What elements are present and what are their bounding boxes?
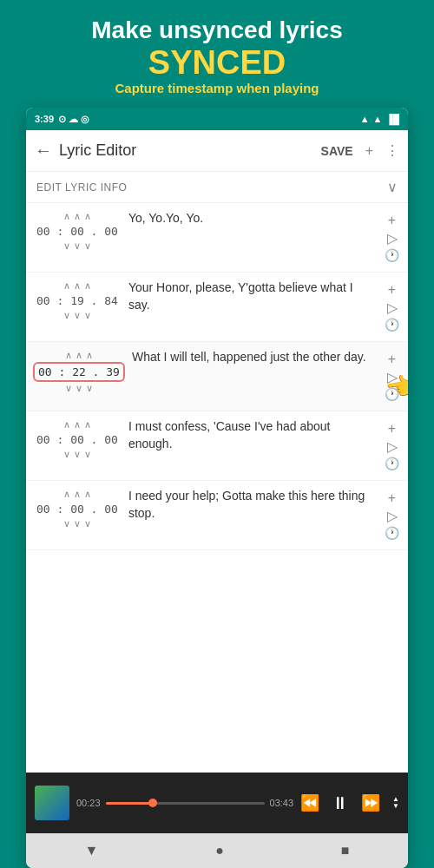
down-arrow-btn[interactable]: ∨ [84, 450, 91, 459]
capture-timestamp-button[interactable]: 🕐 [385, 318, 399, 332]
speed-control[interactable]: ▲ ▼ [392, 796, 399, 810]
up-arrow-btn[interactable]: ∧ [63, 490, 70, 499]
status-right: ▲ ▲ ▐█ [360, 114, 399, 124]
lyric-item-wrapper: ∧∧∧00 : 22 . 39∨∨∨What I will tell, happ… [26, 342, 408, 411]
app-bar-actions: SAVE + ⋮ [321, 142, 399, 159]
status-left: 3:39 ⊙ ☁ ◎ [35, 114, 89, 125]
lyric-right: +▷🕐 [376, 417, 408, 475]
lyric-item-wrapper: ∧∧∧00 : 00 . 00∨∨∨I must confess, 'Cause… [26, 411, 408, 481]
lyric-left: ∧∧∧00 : 00 . 00∨∨∨ [26, 486, 128, 544]
up-arrow-btn[interactable]: ∧ [65, 351, 72, 360]
progress-bar[interactable] [106, 802, 265, 805]
down-arrow-btn[interactable]: ∨ [63, 241, 70, 251]
timestamp[interactable]: 00 : 22 . 39 [33, 362, 125, 382]
up-arrow-btn[interactable]: ∧ [63, 281, 70, 291]
lyric-text: What I will tell, happened just the othe… [132, 349, 376, 366]
back-button[interactable]: ← [35, 141, 52, 161]
nav-back-button[interactable]: ▼ [84, 843, 98, 858]
promo-header: Make unsynced lyrics SYNCED Capture time… [0, 0, 434, 108]
add-lyric-button[interactable]: + [388, 213, 396, 228]
down-arrow-btn[interactable]: ∨ [76, 384, 82, 393]
capture-timestamp-button[interactable]: 🕐 [385, 457, 399, 470]
progress-fill [106, 802, 154, 805]
lyric-text: I need your help; Gotta make this here t… [128, 488, 376, 522]
up-arrow-btn[interactable]: ∧ [74, 212, 81, 221]
album-thumbnail [35, 786, 69, 820]
lyric-right: +▷🕐 [376, 347, 408, 405]
down-arrow-btn[interactable]: ∨ [74, 241, 81, 251]
capture-timestamp-button[interactable]: 🕐 [385, 248, 399, 262]
add-lyric-button[interactable]: + [388, 282, 396, 298]
wifi-icon: ▲ [360, 114, 370, 124]
up-arrow-btn[interactable]: ∧ [63, 420, 70, 430]
timestamp[interactable]: 00 : 19 . 84 [33, 293, 122, 309]
lyric-center: I need your help; Gotta make this here t… [128, 486, 376, 544]
expand-icon[interactable]: ∨ [387, 179, 398, 195]
up-arrow-btn[interactable]: ∧ [74, 490, 81, 499]
down-arrow-btn[interactable]: ∨ [74, 450, 81, 459]
up-arrow-btn[interactable]: ∧ [76, 351, 82, 360]
more-menu-button[interactable]: ⋮ [385, 142, 399, 159]
up-arrow-btn[interactable]: ∧ [74, 281, 81, 291]
progress-dot [148, 799, 157, 807]
status-icons: ⊙ ☁ ◎ [58, 114, 89, 125]
down-arrow-btn[interactable]: ∨ [65, 384, 72, 393]
timestamp[interactable]: 00 : 00 . 00 [33, 501, 122, 517]
down-arrow-btn[interactable]: ∨ [63, 311, 70, 320]
down-arrow-btn[interactable]: ∨ [84, 311, 91, 320]
lyric-item: ∧∧∧00 : 22 . 39∨∨∨What I will tell, happ… [26, 342, 408, 411]
timestamp[interactable]: 00 : 00 . 00 [33, 223, 122, 240]
status-bar: 3:39 ⊙ ☁ ◎ ▲ ▲ ▐█ [26, 108, 408, 130]
down-arrow-btn[interactable]: ∨ [84, 241, 91, 251]
pause-button[interactable]: ⏸ [332, 793, 349, 813]
play-from-here-button[interactable]: ▷ [387, 508, 398, 524]
lyric-center: What I will tell, happened just the othe… [132, 347, 376, 405]
lyric-right: +▷🕐 [376, 208, 408, 266]
capture-timestamp-button[interactable]: 🕐 [385, 526, 399, 540]
lyric-text: I must confess, 'Cause I've had about en… [128, 418, 376, 452]
lyric-right: +▷🕐 [376, 278, 408, 336]
lyric-left: ∧∧∧00 : 00 . 00∨∨∨ [26, 417, 128, 475]
up-arrow-btn[interactable]: ∧ [86, 351, 93, 360]
capture-timestamp-button[interactable]: 🕐 [385, 387, 399, 401]
lyrics-list: ∧∧∧00 : 00 . 00∨∨∨Yo, Yo.Yo, Yo.+▷🕐∧∧∧00… [26, 203, 408, 773]
add-button[interactable]: + [365, 143, 373, 159]
add-lyric-button[interactable]: + [388, 421, 396, 437]
play-from-here-button[interactable]: ▷ [387, 369, 398, 385]
up-arrow-btn[interactable]: ∧ [84, 212, 91, 221]
up-arrow-btn[interactable]: ∧ [84, 281, 91, 291]
status-time: 3:39 [35, 114, 54, 124]
lyric-right: +▷🕐 [376, 486, 408, 544]
nav-recent-button[interactable]: ■ [341, 843, 350, 858]
save-button[interactable]: SAVE [321, 144, 353, 158]
promo-line2: SYNCED [17, 45, 417, 82]
add-lyric-button[interactable]: + [388, 352, 396, 367]
nav-home-button[interactable]: ● [215, 843, 224, 858]
down-arrow-btn[interactable]: ∨ [63, 519, 70, 529]
play-from-here-button[interactable]: ▷ [387, 230, 398, 247]
up-arrow-btn[interactable]: ∧ [84, 420, 91, 430]
rewind-button[interactable]: ⏪ [300, 793, 319, 812]
play-from-here-button[interactable]: ▷ [387, 299, 398, 316]
edit-lyric-info-row[interactable]: EDIT LYRIC INFO ∨ [26, 172, 408, 203]
up-arrow-btn[interactable]: ∧ [63, 212, 70, 221]
signal-icon: ▲ [373, 114, 383, 124]
timestamp[interactable]: 00 : 00 . 00 [33, 431, 122, 448]
down-arrow-btn[interactable]: ∨ [63, 450, 70, 459]
nav-bar: ▼ ● ■ [26, 833, 408, 868]
fast-forward-button[interactable]: ⏩ [361, 793, 380, 812]
lyric-left: ∧∧∧00 : 19 . 84∨∨∨ [26, 278, 128, 336]
up-arrow-btn[interactable]: ∧ [74, 420, 81, 430]
down-arrow-btn[interactable]: ∨ [74, 519, 81, 529]
down-arrow-btn[interactable]: ∨ [84, 519, 91, 529]
lyric-center: Yo, Yo.Yo, Yo. [128, 208, 376, 266]
add-lyric-button[interactable]: + [388, 490, 396, 506]
up-arrow-btn[interactable]: ∧ [84, 490, 91, 499]
down-arrow-btn[interactable]: ∨ [74, 311, 81, 320]
battery-icon: ▐█ [385, 114, 399, 124]
app-title: Lyric Editor [59, 141, 321, 160]
lyric-item: ∧∧∧00 : 19 . 84∨∨∨Your Honor, please, Y'… [26, 273, 408, 342]
play-from-here-button[interactable]: ▷ [387, 438, 398, 455]
lyric-item-wrapper: ∧∧∧00 : 00 . 00∨∨∨I need your help; Gott… [26, 481, 408, 550]
down-arrow-btn[interactable]: ∨ [86, 384, 93, 393]
